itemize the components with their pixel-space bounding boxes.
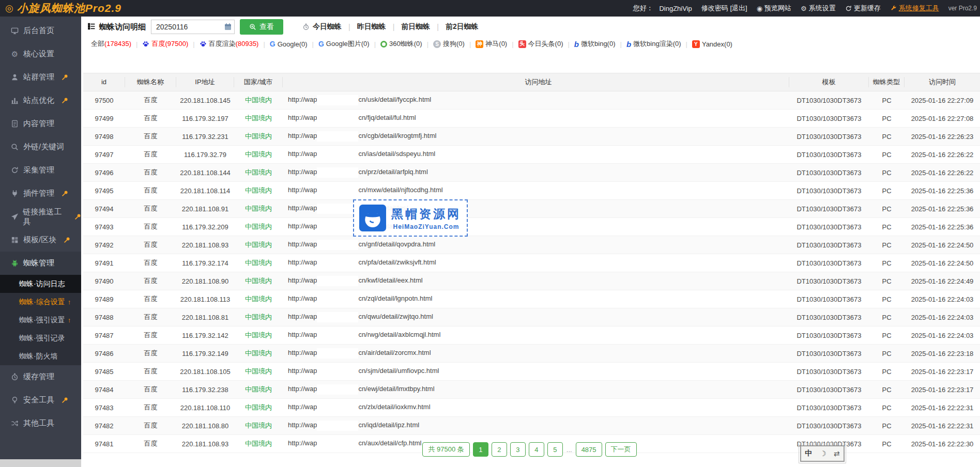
version-label: ver Pro2.9 [948, 5, 977, 12]
refresh-cache-link[interactable]: 更新缓存 [845, 4, 881, 13]
separator: | [512, 40, 513, 48]
ime-moon-icon[interactable]: ☽ [820, 449, 826, 458]
sidebar-subitem-蜘蛛·强引记录[interactable]: 蜘蛛·强引记录 [0, 329, 81, 347]
cell-spider-name: 百度 [125, 403, 176, 412]
quick-link-前2日蜘蛛[interactable]: 前2日蜘蛛 [439, 22, 485, 32]
filter-百度[interactable]: 百度(97500) [142, 39, 188, 49]
filter-微软bing渲染[interactable]: b微软bing渲染(0) [626, 39, 681, 49]
sidebar-item-label: 插件管理 [23, 189, 54, 198]
sidebar-item-其他工具[interactable]: 其他工具 [0, 412, 81, 435]
sidebar-item-label: 蜘蛛管理 [23, 258, 54, 268]
cell-url: http://wapcn/usk/detail/fyccpk.html [283, 95, 789, 105]
sidebar-item-后台首页[interactable]: 后台首页 [0, 19, 81, 42]
refresh-icon [845, 5, 852, 12]
filter-百度渲染[interactable]: 百度渲染(80935) [200, 39, 259, 49]
filter-Yandex[interactable]: YYandex(0) [692, 40, 732, 48]
quick-link-前日蜘蛛[interactable]: 前日蜘蛛 [394, 22, 437, 32]
cell-time: 2025-01-16 22:23:17 [905, 368, 980, 376]
cell-region: 中国境内 [234, 385, 283, 394]
cell-spider-name: 百度 [125, 150, 176, 159]
ime-toggle-icon[interactable]: ⇄ [834, 449, 840, 458]
system-settings-link[interactable]: ⚙ 系统设置 [801, 4, 836, 13]
change-password-link[interactable]: 修改密码 [退出] [701, 4, 747, 13]
sidebar-item-模板/区块[interactable]: 模板/区块 [0, 228, 81, 252]
sidebar-item-链接推送工具[interactable]: 链接推送工具 [0, 205, 81, 228]
preview-site-link[interactable]: ◉ 预览网站 [757, 4, 791, 13]
view-button[interactable]: 查看 [240, 19, 283, 35]
sidebar-item-内容管理[interactable]: 内容管理 [0, 112, 81, 135]
sidebar-subitem-蜘蛛·防火墙[interactable]: 蜘蛛·防火墙 [0, 347, 81, 365]
page-button-last[interactable]: 4875 [576, 442, 602, 457]
refresh-icon [10, 166, 19, 174]
page-button-4[interactable]: 4 [529, 442, 544, 457]
ime-lang-indicator[interactable]: 中 [805, 449, 812, 458]
redaction-box [317, 113, 358, 123]
redaction-box [317, 384, 358, 395]
cell-url: http://wapcn/zlx/detail/ioxkmv.html [283, 402, 789, 413]
cell-spider-name: 百度 [125, 132, 176, 141]
filter-全部[interactable]: 全部(178435) [91, 39, 131, 49]
cell-time: 2025-01-16 22:24:49 [905, 277, 980, 285]
cell-region: 中国境内 [234, 349, 283, 358]
ime-toolbar[interactable]: 中☽⇄ [800, 445, 845, 462]
table-row: 97496百度220.181.108.144中国境内http://wapcn/p… [83, 164, 980, 182]
sidebar-item-插件管理[interactable]: 插件管理 [0, 182, 81, 205]
sidebar-item-安全工具[interactable]: 安全工具 [0, 388, 81, 412]
next-page-button[interactable]: 下一页 [605, 442, 637, 457]
sidebar-item-外链/关键词[interactable]: 外链/关键词 [0, 135, 81, 159]
filter-Google[interactable]: GGoogle(0) [270, 40, 308, 48]
sidebar-subitem-蜘蛛·访问日志[interactable]: 蜘蛛·访问日志 [0, 275, 81, 293]
sidebar-item-缓存管理[interactable]: 缓存管理 [0, 365, 81, 388]
spider-log-table: id蜘蛛名称IP地址国家/城市访问地址模板蜘蛛类型访问时间 97500百度220… [83, 73, 980, 453]
table-row: 97493百度116.179.32.209中国境内http://wapcn/fw… [83, 218, 980, 236]
document-icon [10, 120, 19, 128]
sidebar-item-站点优化[interactable]: 站点优化 [0, 89, 81, 112]
quick-link-昨日蜘蛛[interactable]: 昨日蜘蛛 [350, 22, 393, 32]
filter-搜狗[interactable]: S搜狗(0) [433, 39, 465, 49]
table-header-row: id蜘蛛名称IP地址国家/城市访问地址模板蜘蛛类型访问时间 [83, 73, 980, 91]
separator: | [136, 40, 137, 48]
repair-tool-link[interactable]: 系统修复工具 [890, 4, 939, 13]
cell-region: 中国境内 [234, 421, 283, 430]
quick-link-今日蜘蛛[interactable]: 今日蜘蛛 [296, 22, 348, 32]
sidebar-item-站群管理[interactable]: 站群管理 [0, 66, 81, 89]
sidebar-item-采集管理[interactable]: 采集管理 [0, 159, 81, 182]
sidebar-item-label: 站群管理 [23, 72, 54, 82]
cell-ip: 220.181.108.144 [176, 169, 234, 177]
table-row: 97485百度220.181.108.105中国境内http://wapcn/s… [83, 363, 980, 381]
filter-微软bing[interactable]: b微软bing(0) [574, 39, 616, 49]
filter-Google图片[interactable]: GGoogle图片(0) [318, 39, 370, 49]
cell-spider-name: 百度 [125, 385, 176, 394]
filter-神马[interactable]: 神神马(0) [476, 39, 507, 49]
filter-360蜘蛛[interactable]: 360蜘蛛(0) [380, 39, 422, 49]
cell-spider-type: PC [869, 115, 905, 122]
page-button-5[interactable]: 5 [547, 442, 563, 457]
column-header-蜘蛛名称: 蜘蛛名称 [125, 77, 176, 87]
sidebar-item-核心设置[interactable]: ⚙核心设置 [0, 42, 81, 66]
quick-link-label: 前2日蜘蛛 [446, 22, 479, 32]
monitor-icon [10, 27, 19, 35]
separator: | [568, 40, 569, 48]
sidebar-subitem-蜘蛛·综合设置[interactable]: 蜘蛛·综合设置↑ [0, 293, 81, 311]
filter-今日头条[interactable]: 头今日头条(0) [518, 39, 563, 49]
filter-label: 百度(97500) [151, 39, 188, 49]
page-button-2[interactable]: 2 [492, 442, 507, 457]
page-button-1[interactable]: 1 [473, 442, 488, 457]
sidebar-item-label: 其他工具 [23, 418, 54, 428]
cell-time: 2025-01-16 22:25:36 [905, 187, 980, 195]
cell-url: http://wapcn/air/detail/zorcmx.html [283, 348, 789, 359]
shuffle-icon [10, 419, 19, 427]
sidebar-subitem-蜘蛛·强引设置[interactable]: 蜘蛛·强引设置↑ [0, 311, 81, 329]
cell-id: 97498 [83, 133, 125, 141]
filter-label: 百度渲染(80935) [209, 39, 259, 49]
360-icon [380, 41, 387, 48]
pin-icon [62, 97, 68, 104]
cell-template: DT1030/1030DT3673 [789, 332, 869, 339]
date-input[interactable] [151, 20, 235, 34]
cell-time: 2025-01-16 22:25:36 [905, 223, 980, 231]
sidebar-item-label: 后台首页 [23, 26, 54, 36]
eye-icon: ◉ [757, 5, 762, 12]
sidebar-item-蜘蛛管理[interactable]: 蜘蛛管理 [0, 252, 81, 275]
page-button-3[interactable]: 3 [510, 442, 526, 457]
calendar-icon[interactable] [224, 23, 232, 33]
